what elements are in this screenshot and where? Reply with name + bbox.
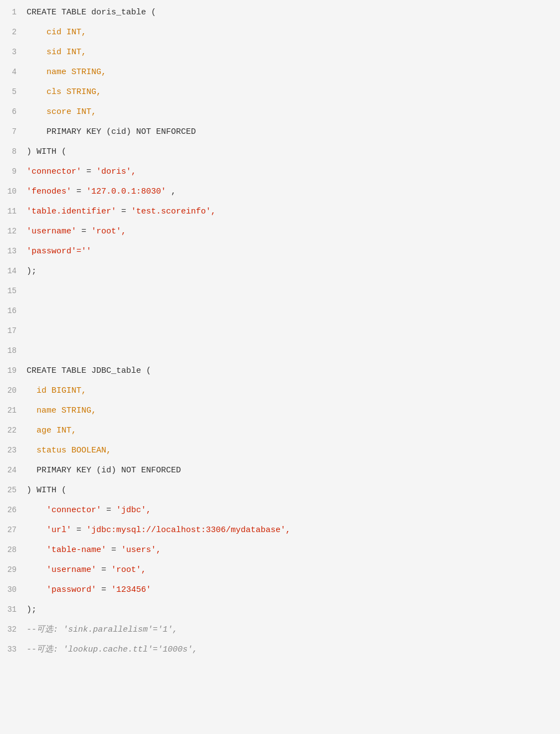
code-line: 18	[0, 344, 560, 364]
code-line: 7 PRIMARY KEY (cid) NOT ENFORCED	[0, 125, 560, 145]
line-content: 'username' = 'root',	[27, 226, 126, 238]
line-number: 6	[0, 106, 27, 117]
line-content: PRIMARY KEY (id) NOT ENFORCED	[27, 465, 181, 477]
line-content: name STRING,	[27, 405, 96, 417]
code-line: 12'username' = 'root',	[0, 225, 560, 244]
line-number: 26	[0, 504, 27, 516]
code-line: 30 'password' = '123456'	[0, 583, 560, 603]
line-number: 24	[0, 465, 27, 476]
line-content: --可选: 'sink.parallelism'='1',	[27, 624, 178, 636]
line-number: 10	[0, 186, 27, 197]
code-line: 20 id BIGINT,	[0, 384, 560, 404]
line-number: 29	[0, 564, 27, 575]
line-number: 25	[0, 485, 27, 496]
line-number: 15	[0, 285, 27, 296]
line-content: --可选: 'lookup.cache.ttl'='1000s',	[27, 644, 198, 656]
code-line: 24 PRIMARY KEY (id) NOT ENFORCED	[0, 464, 560, 483]
line-content: CREATE TABLE JDBC_table (	[27, 365, 151, 377]
line-content: 'connector' = 'doris',	[27, 166, 136, 178]
line-content: name STRING,	[27, 66, 106, 79]
code-line: 4 name STRING,	[0, 65, 560, 85]
line-number: 13	[0, 246, 27, 257]
line-content: 'connector' = 'jdbc',	[27, 504, 151, 517]
line-content: 'password' = '123456'	[27, 584, 151, 596]
line-number: 3	[0, 46, 27, 58]
code-line: 26 'connector' = 'jdbc',	[0, 503, 560, 523]
line-number: 31	[0, 604, 27, 615]
line-content: 'table.identifier' = 'test.scoreinfo',	[27, 206, 216, 218]
line-content: cid INT,	[27, 27, 86, 39]
line-content: sid INT,	[27, 46, 86, 59]
line-content: id BIGINT,	[27, 385, 86, 397]
line-number: 27	[0, 524, 27, 535]
line-number: 8	[0, 146, 27, 157]
line-content: );	[27, 604, 37, 616]
code-line: 31);	[0, 603, 560, 623]
code-line: 14);	[0, 264, 560, 284]
code-line: 25) WITH (	[0, 483, 560, 503]
line-number: 21	[0, 405, 27, 416]
line-number: 7	[0, 126, 27, 137]
line-number: 11	[0, 206, 27, 217]
code-line: 3 sid INT,	[0, 45, 560, 65]
code-line: 9'connector' = 'doris',	[0, 165, 560, 185]
line-content: 'password'=''	[27, 246, 91, 258]
line-content: 'username' = 'root',	[27, 564, 146, 576]
code-line: 28 'table-name' = 'users',	[0, 543, 560, 563]
code-line: 21 name STRING,	[0, 404, 560, 424]
line-content: );	[27, 266, 37, 278]
code-line: 23 status BOOLEAN,	[0, 444, 560, 464]
line-content: cls STRING,	[27, 86, 101, 98]
code-line: 29 'username' = 'root',	[0, 563, 560, 583]
line-number: 32	[0, 624, 27, 635]
line-number: 1	[0, 7, 27, 18]
line-number: 16	[0, 305, 27, 316]
line-content: 'table-name' = 'users',	[27, 544, 161, 556]
code-line: 10'fenodes' = '127.0.0.1:8030' ,	[0, 185, 560, 205]
line-content: PRIMARY KEY (cid) NOT ENFORCED	[27, 126, 196, 138]
line-number: 12	[0, 226, 27, 237]
code-line: 1CREATE TABLE doris_table (	[0, 6, 560, 25]
line-number: 14	[0, 266, 27, 277]
code-line: 17	[0, 324, 560, 344]
line-content: ) WITH (	[27, 485, 66, 497]
line-number: 22	[0, 425, 27, 436]
code-line: 19CREATE TABLE JDBC_table (	[0, 364, 560, 384]
code-line: 27 'url' = 'jdbc:mysql://localhost:3306/…	[0, 523, 560, 543]
line-content: status BOOLEAN,	[27, 445, 111, 457]
line-content: 'fenodes' = '127.0.0.1:8030' ,	[27, 186, 176, 198]
code-line: 32--可选: 'sink.parallelism'='1',	[0, 623, 560, 643]
line-number: 2	[0, 27, 27, 38]
line-number: 23	[0, 445, 27, 456]
line-content	[27, 325, 32, 337]
line-number: 4	[0, 66, 27, 77]
code-line: 15	[0, 284, 560, 304]
code-line: 22 age INT,	[0, 424, 560, 444]
line-content	[27, 345, 32, 357]
line-number: 30	[0, 584, 27, 595]
line-number: 18	[0, 345, 27, 356]
line-content: CREATE TABLE doris_table (	[27, 7, 156, 19]
line-content: age INT,	[27, 425, 76, 437]
code-line: 2 cid INT,	[0, 25, 560, 45]
line-number: 20	[0, 385, 27, 396]
code-line: 33--可选: 'lookup.cache.ttl'='1000s',	[0, 643, 560, 663]
line-number: 19	[0, 365, 27, 376]
code-line: 11'table.identifier' = 'test.scoreinfo',	[0, 205, 560, 225]
code-line: 6 score INT,	[0, 105, 560, 125]
line-content	[27, 285, 32, 298]
line-content: score INT,	[27, 106, 96, 118]
line-content: 'url' = 'jdbc:mysql://localhost:3306/myd…	[27, 524, 291, 537]
line-content	[27, 305, 32, 317]
code-editor: 1CREATE TABLE doris_table (2 cid INT,3 s…	[0, 0, 560, 734]
line-number: 33	[0, 644, 27, 655]
code-line: 16	[0, 304, 560, 324]
line-content: ) WITH (	[27, 146, 66, 158]
code-line: 13'password'=''	[0, 244, 560, 264]
line-number: 9	[0, 166, 27, 177]
line-number: 17	[0, 325, 27, 336]
line-number: 5	[0, 86, 27, 97]
code-line: 8) WITH (	[0, 145, 560, 165]
line-number: 28	[0, 544, 27, 555]
code-line: 5 cls STRING,	[0, 85, 560, 105]
